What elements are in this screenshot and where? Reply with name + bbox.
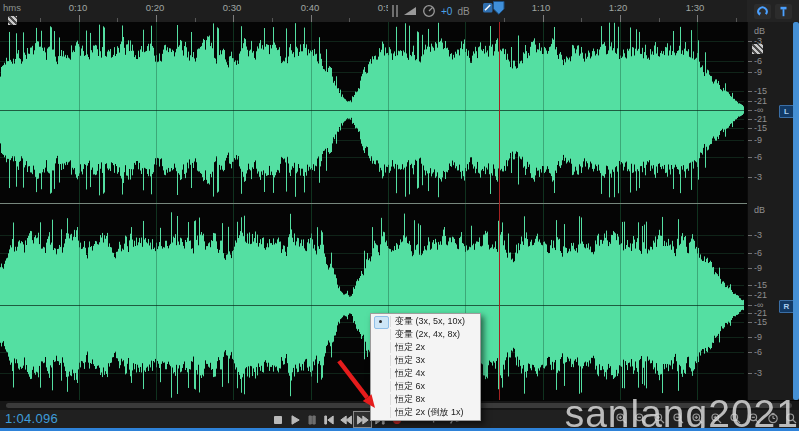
gain-value[interactable]: +0 bbox=[441, 6, 452, 17]
db-scale-tick bbox=[748, 373, 752, 374]
audio-editor-window: hms 0:100:200:300:400:501:101:201:30 +0 … bbox=[0, 0, 799, 431]
db-header-bottom: dB bbox=[754, 205, 765, 215]
menu-item-5[interactable]: 恒定 4x bbox=[371, 367, 480, 380]
stop-icon bbox=[272, 414, 284, 426]
menu-item-label: 恒定 8x bbox=[395, 394, 425, 404]
timer-button[interactable] bbox=[765, 411, 782, 426]
ruler-tick bbox=[156, 15, 157, 22]
rewind-icon bbox=[340, 414, 352, 426]
channel-badge-right[interactable]: R bbox=[779, 300, 794, 313]
db-scale-tick bbox=[748, 253, 752, 254]
db-scale-tick bbox=[748, 268, 752, 269]
menu-gutter-divider bbox=[390, 355, 391, 366]
gain-unit-label: dB bbox=[457, 6, 469, 17]
volume-ramp-icon[interactable] bbox=[403, 4, 417, 18]
ruler-tick bbox=[543, 15, 544, 22]
ruler-time-label: 0:30 bbox=[223, 2, 242, 13]
db-scale-tick bbox=[748, 313, 752, 314]
db-scale-tick bbox=[748, 285, 752, 286]
splitter-grip-icon[interactable] bbox=[392, 5, 398, 17]
channel-grabber-left-icon[interactable] bbox=[8, 16, 17, 25]
ruler-unit-label: hms bbox=[3, 2, 21, 13]
menu-item-7[interactable]: 恒定 8x bbox=[371, 393, 480, 406]
db-scale-tick bbox=[748, 128, 752, 129]
ruler-tick bbox=[79, 15, 80, 22]
circular-arrow-icon[interactable] bbox=[754, 4, 771, 19]
db-scale-tick bbox=[748, 140, 752, 141]
db-scale-tick bbox=[748, 101, 752, 102]
db-scale-label: -3 bbox=[754, 172, 762, 182]
ruler-corner-box bbox=[747, 0, 799, 23]
playhead-line bbox=[499, 22, 500, 400]
db-scale-tick bbox=[748, 305, 752, 306]
zoom-in-amplitude-icon bbox=[653, 412, 666, 425]
menu-item-4[interactable]: 恒定 3x bbox=[371, 354, 480, 367]
db-scale-label: -15 bbox=[754, 280, 767, 290]
zoom-to-out-point-icon bbox=[710, 412, 723, 425]
zoom-reset-icon bbox=[785, 412, 798, 425]
zoom-out-time-button[interactable] bbox=[632, 411, 649, 426]
zoom-to-in-point-button[interactable] bbox=[689, 411, 706, 426]
db-scale-label: -6 bbox=[754, 152, 762, 162]
fast-forward-icon bbox=[357, 414, 369, 426]
zoom-out-amplitude-button[interactable] bbox=[670, 411, 687, 426]
zoom-to-selection-button[interactable] bbox=[727, 411, 744, 426]
channel-divider[interactable] bbox=[0, 203, 747, 204]
zoom-out-full-icon bbox=[748, 412, 761, 425]
db-scale-tick bbox=[748, 177, 752, 178]
ruler-tick bbox=[311, 15, 312, 22]
ruler-time-label: 1:10 bbox=[532, 2, 551, 13]
ruler-time-label: 0:10 bbox=[69, 2, 88, 13]
ruler-time-label: 0:40 bbox=[301, 2, 320, 13]
db-scale-label: -15 bbox=[754, 317, 767, 327]
menu-item-label: 恒定 3x bbox=[395, 355, 425, 365]
db-scale-label: -3 bbox=[754, 368, 762, 378]
db-scale-label: -6 bbox=[754, 56, 762, 66]
zoom-to-out-point-button[interactable] bbox=[708, 411, 725, 426]
pause-icon bbox=[306, 414, 318, 426]
timeline-ruler[interactable]: hms 0:100:200:300:400:501:101:201:30 bbox=[0, 0, 747, 23]
menu-gutter-divider bbox=[390, 381, 391, 392]
play-icon bbox=[289, 414, 301, 426]
db-scale-tick bbox=[748, 91, 752, 92]
zoom-in-amplitude-button[interactable] bbox=[651, 411, 668, 426]
channel-badge-left[interactable]: L bbox=[779, 105, 794, 118]
menu-item-3[interactable]: 恒定 2x bbox=[371, 341, 480, 354]
menu-item-8[interactable]: 恒定 2x (倒放 1x) bbox=[371, 406, 480, 419]
menu-item-label: 恒定 2x bbox=[395, 342, 425, 352]
ruler-time-label: 1:20 bbox=[609, 2, 628, 13]
gain-knob-icon[interactable] bbox=[422, 4, 436, 18]
menu-gutter-divider bbox=[390, 329, 391, 340]
db-scale-label: -21 bbox=[754, 290, 767, 300]
menu-item-2[interactable]: 变量 (2x, 4x, 8x) bbox=[371, 328, 480, 341]
menu-item-1[interactable]: 变量 (3x, 5x, 10x) bbox=[371, 315, 480, 328]
db-scale-label: -15 bbox=[754, 86, 767, 96]
db-scale-label: -9 bbox=[754, 67, 762, 77]
playhead-marker[interactable] bbox=[493, 1, 505, 15]
pin-icon[interactable] bbox=[775, 4, 792, 19]
menu-item-label: 恒定 4x bbox=[395, 368, 425, 378]
menu-item-label: 恒定 6x bbox=[395, 381, 425, 391]
gain-headsup-control[interactable]: +0 dB bbox=[388, 0, 478, 22]
db-scale-tick bbox=[748, 110, 752, 111]
db-scale-tick bbox=[748, 157, 752, 158]
vertical-scrollbar[interactable] bbox=[793, 22, 799, 400]
db-scale-tick bbox=[748, 352, 752, 353]
zoom-reset-button[interactable] bbox=[783, 411, 799, 426]
db-scale-tick bbox=[748, 119, 752, 120]
zoom-out-full-button[interactable] bbox=[746, 411, 763, 426]
ruler-tick bbox=[620, 15, 621, 22]
channel-grabber-right-icon[interactable] bbox=[752, 44, 763, 54]
ruler-tick bbox=[233, 15, 234, 22]
db-scale-label: -9 bbox=[754, 332, 762, 342]
db-scale-label: -6 bbox=[754, 248, 762, 258]
zoom-out-amplitude-icon bbox=[672, 412, 685, 425]
db-scale-tick bbox=[748, 41, 752, 42]
menu-gutter-divider bbox=[390, 394, 391, 405]
menu-item-6[interactable]: 恒定 6x bbox=[371, 380, 480, 393]
menu-gutter-divider bbox=[390, 316, 391, 327]
skip-to-start-icon bbox=[323, 414, 335, 426]
zoom-in-time-button[interactable] bbox=[613, 411, 630, 426]
ruler-tick bbox=[697, 15, 698, 22]
amplitude-scale-panel[interactable]: dB dB L R -3-6-9-15-21-∞-21-15-9-6-3-3-6… bbox=[747, 22, 793, 400]
